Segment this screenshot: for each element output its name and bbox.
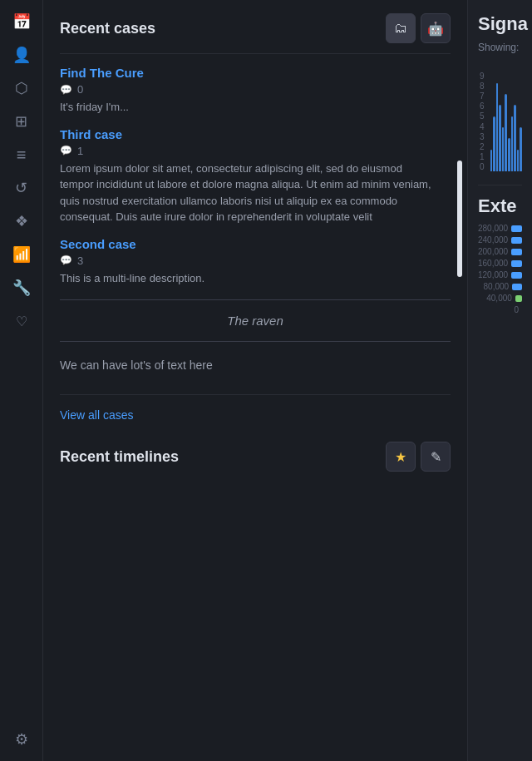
signal-subtitle: Showing: [478,42,522,53]
scrollbar-thumb[interactable] [457,161,462,277]
robot-icon: 🤖 [427,21,444,37]
case-meta: 💬 1 [60,145,451,157]
recent-cases-header: Recent cases 🗂 🤖 [60,13,451,43]
robot-button[interactable]: 🤖 [421,13,451,43]
archive-button[interactable]: 🗂 [386,13,416,43]
case-title[interactable]: Second case [60,237,451,251]
recent-cases-title: Recent cases [60,20,155,37]
recent-timelines-header: Recent timelines ★ ✎ [60,442,451,472]
signal-section: Signa Showing: 0 1 2 3 4 5 6 7 8 9 [478,13,522,171]
chart-bar [493,116,495,171]
comment-count: 1 [77,145,83,157]
external-section: Exte 280,000 240,000 200,000 160,000 [478,185,522,314]
top-divider [60,53,451,54]
ext-label: 160,000 [478,259,508,268]
comment-count: 3 [77,254,83,267]
timelines-actions: ★ ✎ [386,442,451,472]
main-content: Recent cases 🗂 🤖 Find The Cure 💬 0 It's … [43,0,532,761]
ext-bar-row: 0 [478,305,522,314]
layers-icon[interactable]: ⊞ [7,106,37,136]
recent-cases-actions: 🗂 🤖 [386,13,451,43]
chart-bar [499,105,501,171]
ext-label: 200,000 [478,247,508,256]
signal-icon[interactable]: 📶 [7,240,37,269]
external-title: Exte [478,195,522,217]
list-icon[interactable]: ≡ [7,140,37,170]
case-meta: 💬 3 [60,254,451,267]
right-panel: Signa Showing: 0 1 2 3 4 5 6 7 8 9 [467,0,532,761]
raven-title: The raven [60,309,451,333]
ext-bar-row: 200,000 [478,247,522,256]
raven-section: The raven We can have lot's of text here [60,299,451,381]
raven-bottom-divider [60,341,451,342]
chart-bar [490,150,493,171]
view-all-cases-link[interactable]: View all cases [60,408,133,422]
signal-title: Signa [478,13,522,35]
ext-bar [511,249,522,255]
ext-bar-row: 240,000 [478,235,522,245]
person-icon[interactable]: 👤 [7,40,37,70]
edit-icon: ✎ [431,449,441,465]
star-button[interactable]: ★ [386,442,416,472]
ext-label: 280,000 [478,224,508,233]
ext-label: 80,000 [478,282,509,291]
chart-bar [508,138,510,171]
raven-text: We can have lot's of text here [60,350,451,381]
case-item: Second case 💬 3 This is a multi-line des… [60,237,451,287]
case-description: This is a multi-line description. [60,270,451,287]
ext-label: 240,000 [478,235,508,245]
comment-icon: 💬 [60,254,72,266]
ext-bar [511,260,522,267]
case-title[interactable]: Third case [60,127,451,141]
case-meta: 💬 0 [60,83,451,96]
ext-bar-row: 120,000 [478,270,522,279]
chart-bar [520,127,522,171]
ext-bar [511,272,522,279]
star-icon: ★ [395,449,406,465]
ext-bar [511,225,522,232]
signal-chart: 0 1 2 3 4 5 6 7 8 9 [478,63,522,171]
settings-icon[interactable]: ⚙ [7,724,37,754]
sidebar: 📅 👤 ⬡ ⊞ ≡ ↺ ❖ 📶 🔧 ♡ ⚙ [0,0,43,761]
comment-icon: 💬 [60,84,72,96]
heart-icon[interactable]: ♡ [7,306,37,336]
chart-bar [496,83,499,171]
calendar-icon[interactable]: 📅 [7,7,37,37]
comment-count: 0 [77,83,83,96]
chart-y-labels: 0 1 2 3 4 5 6 7 8 9 [478,72,486,171]
chart-bar [514,105,516,171]
comment-icon: 💬 [60,145,72,156]
external-chart: 280,000 240,000 200,000 160,000 120,000 [478,224,522,314]
chart-bar [517,150,520,171]
ext-bar [511,237,522,244]
case-title[interactable]: Find The Cure [60,66,451,80]
case-description: It's friday I'm... [60,99,451,116]
refresh-icon[interactable]: ↺ [7,173,37,203]
network-icon[interactable]: ⬡ [7,73,37,103]
nodes-icon[interactable]: ❖ [7,206,37,236]
bottom-divider [60,394,451,395]
recent-timelines-title: Recent timelines [60,448,179,466]
chart-bar [505,94,507,171]
ext-label: 40,000 [478,294,512,303]
ext-label: 0 [478,305,519,314]
raven-top-divider [60,299,451,300]
ext-bar [512,284,522,290]
ext-bar [515,295,522,302]
chart-bar [511,116,514,171]
ext-label: 120,000 [478,270,508,279]
case-item: Third case 💬 1 Lorem ipsum dolor sit ame… [60,127,451,225]
case-item: Find The Cure 💬 0 It's friday I'm... [60,66,451,116]
edit-button[interactable]: ✎ [421,442,451,472]
case-description: Lorem ipsum dolor sit amet, consectetur … [60,161,437,225]
scrollbar-track [457,161,462,225]
ext-bar-row: 280,000 [478,224,522,233]
ext-bar-row: 40,000 [478,294,522,303]
ext-bar-row: 80,000 [478,282,522,291]
ext-bar-row: 160,000 [478,259,522,268]
center-panel: Recent cases 🗂 🤖 Find The Cure 💬 0 It's … [43,0,467,761]
tool-icon[interactable]: 🔧 [7,273,37,303]
archive-icon: 🗂 [394,21,407,36]
chart-bar [502,127,505,171]
